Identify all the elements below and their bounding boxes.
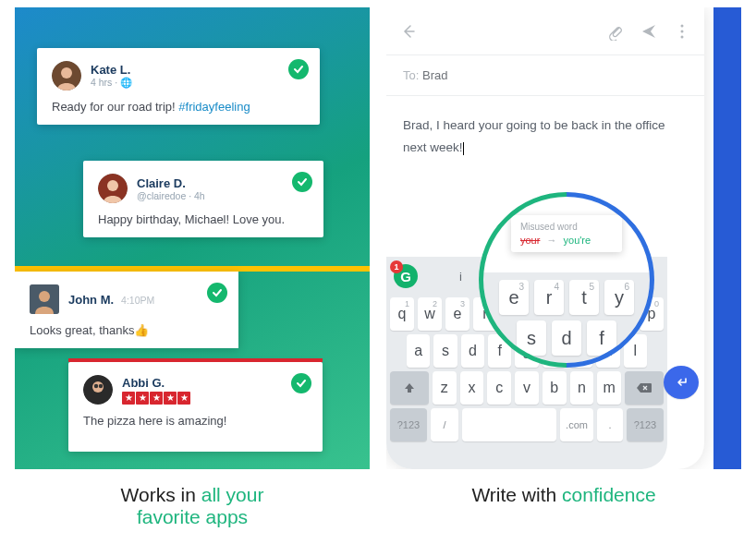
chat-message: Looks great, thanks👍 xyxy=(30,323,224,337)
more-icon[interactable] xyxy=(673,22,691,41)
magnifier-content: Misused word your → you're e3 xyxy=(483,197,650,363)
key-e[interactable]: e3 xyxy=(499,280,529,315)
review-post-abbi: Abbi G. ★ ★ ★ ★ ★ The pizza here is amaz… xyxy=(68,362,323,452)
message-time: 4:10PM xyxy=(121,295,154,306)
rating-stars: ★ ★ ★ ★ ★ xyxy=(122,392,190,405)
user-name: Claire D. xyxy=(137,176,205,190)
key-b[interactable]: b xyxy=(543,371,567,405)
avatar xyxy=(98,174,128,203)
enter-key[interactable] xyxy=(664,366,699,399)
key-x[interactable]: x xyxy=(460,371,484,405)
chat-message-john: John M. 4:10PM Looks great, thanks👍 xyxy=(15,272,238,348)
back-icon[interactable] xyxy=(399,22,418,41)
svg-point-8 xyxy=(94,384,98,388)
left-caption: Works in all your favorite apps xyxy=(121,484,264,528)
star-icon: ★ xyxy=(177,392,190,405)
user-name: Abbi G. xyxy=(122,376,190,390)
right-panel: To: Brad Brad, I heard your going to be … xyxy=(386,7,741,545)
red-accent-bar xyxy=(68,358,323,362)
svg-point-12 xyxy=(681,35,684,38)
post-message: Ready for our road trip! #fridayfeeling xyxy=(52,100,305,114)
user-name: John M. xyxy=(68,293,114,307)
email-body[interactable]: Brad, I heard your going to be back in t… xyxy=(386,96,704,178)
key-c[interactable]: c xyxy=(487,371,511,405)
key-z[interactable]: z xyxy=(433,371,457,405)
checkmark-icon xyxy=(207,283,227,303)
avatar xyxy=(52,61,81,91)
alert-badge: 1 xyxy=(390,260,403,273)
key-a[interactable]: a xyxy=(407,334,430,368)
key-l[interactable]: l xyxy=(624,334,647,368)
text-cursor xyxy=(463,142,464,155)
left-panel: Kate L. 4 hrs · 🌐 Ready for our road tri… xyxy=(15,7,370,545)
left-image: Kate L. 4 hrs · 🌐 Ready for our road tri… xyxy=(15,7,370,469)
post-message: Happy birthday, Michael! Love you. xyxy=(98,212,309,226)
arrow-icon: → xyxy=(546,235,556,246)
user-name: Kate L. xyxy=(91,63,132,77)
checkmark-icon xyxy=(291,373,311,393)
review-message: The pizza here is amazing! xyxy=(83,414,308,428)
key-t[interactable]: t5 xyxy=(569,280,599,315)
wrong-word: your xyxy=(520,235,540,246)
attachment-icon[interactable] xyxy=(606,22,625,41)
avatar xyxy=(83,375,113,405)
svg-point-9 xyxy=(99,384,103,388)
key-e[interactable]: e3 xyxy=(445,297,469,331)
star-icon: ★ xyxy=(150,392,163,405)
key-v[interactable]: v xyxy=(515,371,539,405)
to-field[interactable]: To: Brad xyxy=(386,55,704,96)
avatar xyxy=(30,284,59,314)
checkmark-icon xyxy=(288,59,309,79)
social-post-kate: Kate L. 4 hrs · 🌐 Ready for our road tri… xyxy=(37,48,320,125)
star-icon: ★ xyxy=(122,392,135,405)
dotcom-key[interactable]: .com xyxy=(560,408,593,441)
right-caption: Write with confidence xyxy=(471,484,655,506)
checkmark-icon xyxy=(292,172,312,192)
svg-point-1 xyxy=(61,67,72,79)
space-key[interactable] xyxy=(462,408,556,441)
post-meta: 4 hrs · 🌐 xyxy=(91,77,132,89)
email-toolbar xyxy=(386,7,704,55)
grammarly-icon[interactable]: G 1 xyxy=(394,264,418,288)
key-q[interactable]: q1 xyxy=(390,297,414,331)
key-d[interactable]: d xyxy=(552,320,581,356)
symbols-key[interactable]: ?123 xyxy=(390,408,427,441)
key-s[interactable]: s xyxy=(433,334,457,368)
symbols-key[interactable]: ?123 xyxy=(627,408,664,441)
key-w[interactable]: w2 xyxy=(418,297,442,331)
correction-tooltip[interactable]: Misused word your → you're xyxy=(511,215,622,252)
key-m[interactable]: m xyxy=(597,371,621,405)
shift-key[interactable] xyxy=(390,371,429,405)
key-y[interactable]: y6 xyxy=(604,280,634,315)
tooltip-label: Misused word xyxy=(520,222,613,232)
slash-key[interactable]: / xyxy=(431,408,458,441)
backspace-key[interactable] xyxy=(625,371,664,405)
period-key[interactable]: . xyxy=(597,408,623,441)
svg-point-11 xyxy=(681,30,684,32)
blue-accent-bar xyxy=(713,7,741,469)
star-icon: ★ xyxy=(164,392,177,405)
svg-point-10 xyxy=(681,24,684,27)
send-icon[interactable] xyxy=(640,22,658,41)
hashtag-link[interactable]: #fridayfeeling xyxy=(178,100,250,114)
star-icon: ★ xyxy=(136,392,149,405)
right-image: To: Brad Brad, I heard your going to be … xyxy=(386,7,741,469)
svg-point-5 xyxy=(39,291,50,302)
svg-point-3 xyxy=(107,180,118,191)
key-r[interactable]: r4 xyxy=(534,280,564,315)
key-n[interactable]: n xyxy=(570,371,594,405)
post-handle: @clairedoe · 4h xyxy=(137,190,205,201)
correct-word: you're xyxy=(564,235,591,246)
social-post-claire: Claire D. @clairedoe · 4h Happy birthday… xyxy=(83,161,323,237)
key-d[interactable]: d xyxy=(461,334,484,368)
